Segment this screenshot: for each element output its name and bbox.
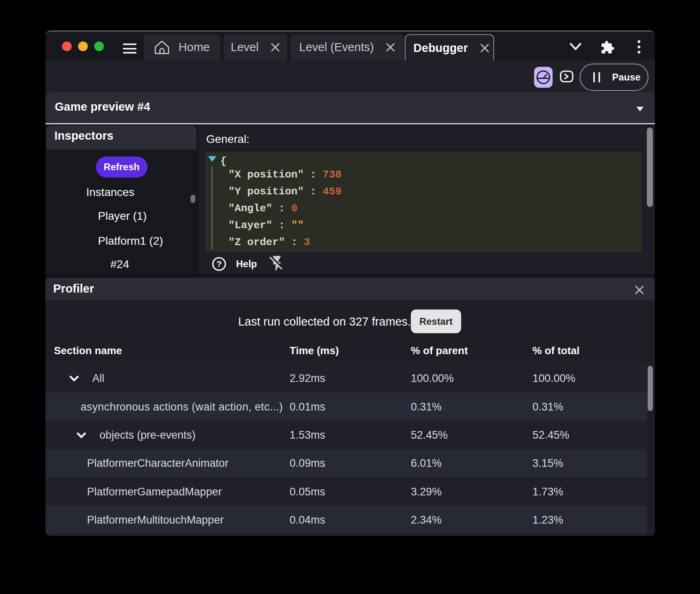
svg-text:?: ? — [217, 259, 222, 268]
